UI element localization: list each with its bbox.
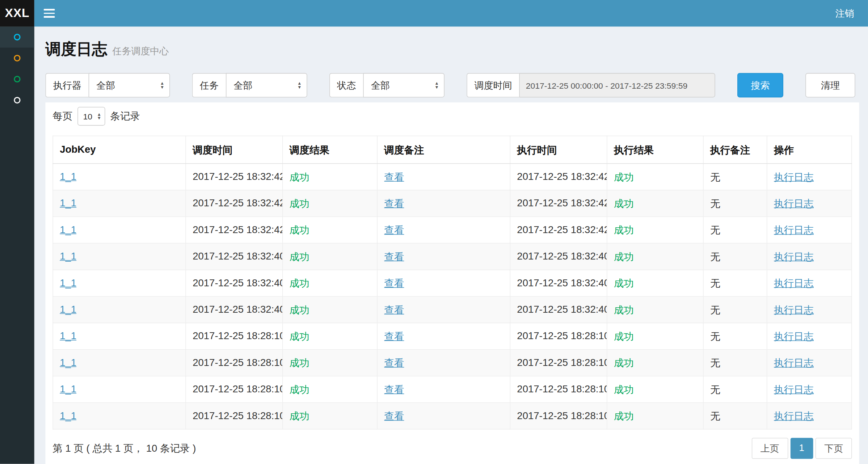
page-1-button[interactable]: 1: [790, 438, 813, 459]
handle-msg-cell: 无: [703, 217, 767, 243]
job-filter-group: 任务 全部 ▲▼: [192, 73, 307, 97]
jobkey-link[interactable]: 1_1: [60, 277, 76, 288]
trigger-msg-cell: 查看: [377, 403, 510, 429]
status-select[interactable]: 全部 ▲▼: [363, 73, 444, 97]
column-header[interactable]: 执行时间: [510, 136, 607, 163]
jobkey-link[interactable]: 1_1: [60, 171, 76, 182]
exec-log-link[interactable]: 执行日志: [774, 331, 814, 342]
column-header[interactable]: 调度备注: [377, 136, 510, 163]
job-select-value: 全部: [233, 79, 252, 92]
status-filter-label: 状态: [329, 73, 363, 97]
exec-log-link[interactable]: 执行日志: [774, 357, 814, 368]
trigger-time-range-input[interactable]: 2017-12-25 00:00:00 - 2017-12-25 23:59:5…: [519, 73, 715, 97]
handle-time-cell: 2017-12-25 18:32:42: [510, 217, 607, 243]
trigger-msg-cell: 查看: [377, 164, 510, 190]
pagination: 上页 1 下页: [751, 438, 852, 459]
sidebar-toggle-button[interactable]: [37, 0, 62, 26]
trigger-msg-cell: 查看: [377, 376, 510, 402]
executor-filter-group: 执行器 全部 ▲▼: [45, 73, 170, 97]
jobkey-link[interactable]: 1_1: [60, 304, 76, 315]
table-footer: 第 1 页 ( 总共 1 页， 10 条记录 ) 上页 1 下页: [52, 438, 852, 459]
page-size-select[interactable]: 10 ▲▼: [77, 107, 105, 126]
prev-page-button[interactable]: 上页: [751, 438, 788, 459]
jobkey-link[interactable]: 1_1: [60, 357, 76, 368]
handle-result-cell: 成功: [607, 164, 703, 190]
trigger-result-cell: 成功: [283, 296, 378, 323]
exec-log-link[interactable]: 执行日志: [774, 251, 814, 262]
job-filter-label: 任务: [192, 73, 226, 97]
sidebar-item-4[interactable]: [0, 90, 34, 111]
exec-log-link[interactable]: 执行日志: [774, 278, 814, 289]
handle-time-cell: 2017-12-25 18:28:10: [510, 323, 607, 349]
search-button[interactable]: 搜索: [737, 73, 783, 97]
exec-log-link[interactable]: 执行日志: [774, 224, 814, 236]
exec-log-link[interactable]: 执行日志: [774, 384, 814, 395]
executor-select[interactable]: 全部 ▲▼: [89, 73, 170, 97]
clear-button[interactable]: 清理: [805, 73, 855, 97]
action-cell: 执行日志: [767, 243, 852, 270]
jobkey-link[interactable]: 1_1: [60, 384, 76, 395]
action-cell: 执行日志: [767, 376, 852, 402]
main-content: 调度日志任务调度中心 执行器 全部 ▲▼ 任务 全部 ▲▼ 状态: [34, 26, 868, 464]
trigger-msg-link[interactable]: 查看: [384, 198, 404, 209]
trigger-msg-link[interactable]: 查看: [384, 304, 404, 315]
trigger-msg-link[interactable]: 查看: [384, 251, 404, 262]
action-cell: 执行日志: [767, 350, 852, 376]
column-header[interactable]: 操作: [767, 136, 852, 163]
next-page-button[interactable]: 下页: [816, 438, 852, 459]
trigger-msg-link[interactable]: 查看: [384, 357, 404, 368]
page-size-value: 10: [83, 111, 92, 121]
handle-time-cell: 2017-12-25 18:32:40: [510, 243, 607, 270]
page-size-suffix-label: 条记录: [110, 110, 140, 123]
trigger-time-cell: 2017-12-25 18:28:10: [186, 376, 283, 402]
logout-link[interactable]: 注销: [821, 0, 868, 26]
column-header[interactable]: 调度结果: [283, 136, 378, 163]
trigger-result-cell: 成功: [283, 323, 378, 349]
trigger-msg-link[interactable]: 查看: [384, 384, 404, 395]
select-arrows-icon: ▲▼: [97, 112, 101, 120]
trigger-msg-link[interactable]: 查看: [384, 331, 404, 342]
jobkey-link[interactable]: 1_1: [60, 330, 76, 342]
exec-log-link[interactable]: 执行日志: [774, 410, 814, 422]
jobkey-link[interactable]: 1_1: [60, 251, 76, 262]
trigger-result-cell: 成功: [283, 376, 378, 402]
jobkey-link[interactable]: 1_1: [60, 198, 76, 209]
circle-icon: [14, 97, 20, 104]
trigger-result-cell: 成功: [283, 350, 378, 376]
trigger-msg-link[interactable]: 查看: [384, 224, 404, 236]
sidebar-item-2[interactable]: [0, 48, 34, 69]
table-row: 1_1 2017-12-25 18:32:40 成功 查看 2017-12-25…: [53, 243, 852, 270]
column-header[interactable]: 调度时间: [186, 136, 283, 163]
action-cell: 执行日志: [767, 190, 852, 216]
jobkey-cell: 1_1: [53, 403, 186, 429]
column-header[interactable]: 执行备注: [703, 136, 767, 163]
table-row: 1_1 2017-12-25 18:32:42 成功 查看 2017-12-25…: [53, 217, 852, 243]
column-header[interactable]: JobKey: [53, 136, 186, 163]
status-select-value: 全部: [371, 79, 390, 92]
jobkey-link[interactable]: 1_1: [60, 410, 76, 421]
action-cell: 执行日志: [767, 270, 852, 296]
sidebar-item-1[interactable]: [0, 26, 34, 47]
handle-msg-cell: 无: [703, 243, 767, 270]
content-header: 调度日志任务调度中心: [34, 26, 868, 73]
select-arrows-icon: ▲▼: [297, 81, 302, 89]
trigger-msg-link[interactable]: 查看: [384, 278, 404, 289]
jobkey-cell: 1_1: [53, 164, 186, 190]
table-row: 1_1 2017-12-25 18:28:10 成功 查看 2017-12-25…: [53, 323, 852, 349]
exec-log-link[interactable]: 执行日志: [774, 304, 814, 315]
circle-icon: [14, 34, 20, 40]
handle-time-cell: 2017-12-25 18:28:10: [510, 403, 607, 429]
trigger-msg-link[interactable]: 查看: [384, 410, 404, 422]
column-header[interactable]: 执行结果: [607, 136, 703, 163]
trigger-msg-link[interactable]: 查看: [384, 171, 404, 182]
app-logo[interactable]: XXL: [0, 0, 34, 26]
executor-select-value: 全部: [96, 79, 115, 92]
action-cell: 执行日志: [767, 296, 852, 323]
circle-icon: [14, 76, 20, 83]
table-row: 1_1 2017-12-25 18:28:10 成功 查看 2017-12-25…: [53, 403, 852, 429]
sidebar-item-3[interactable]: [0, 69, 34, 90]
exec-log-link[interactable]: 执行日志: [774, 171, 814, 182]
exec-log-link[interactable]: 执行日志: [774, 198, 814, 209]
jobkey-link[interactable]: 1_1: [60, 224, 76, 235]
job-select[interactable]: 全部 ▲▼: [226, 73, 307, 97]
